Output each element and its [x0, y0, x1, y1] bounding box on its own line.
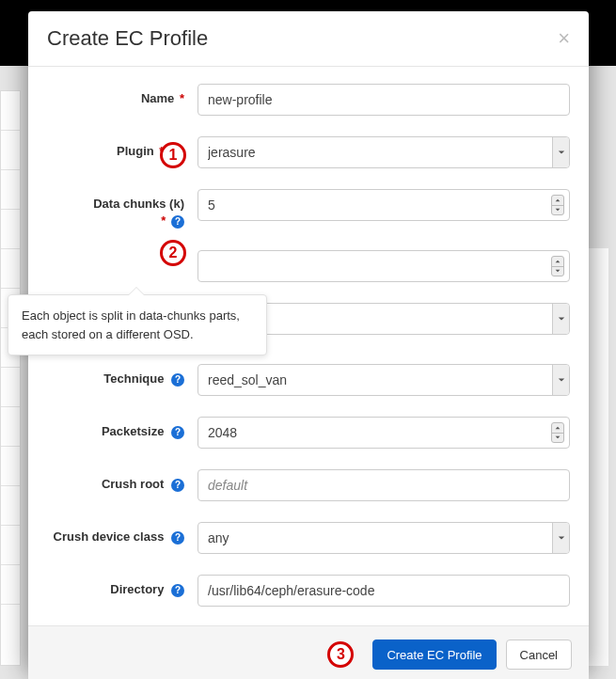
- page-backdrop: Create EC Profile × Name * Plugin * ?: [0, 0, 616, 679]
- help-icon[interactable]: ?: [171, 479, 184, 492]
- label-name-text: Name: [141, 91, 174, 105]
- data-chunks-input[interactable]: [197, 189, 570, 221]
- label-technique-text: Technique: [103, 371, 164, 386]
- label-name: Name *: [47, 84, 197, 107]
- step-down-icon[interactable]: [552, 206, 563, 215]
- close-icon[interactable]: ×: [558, 28, 570, 49]
- label-packetsize-text: Packetsize: [102, 424, 165, 438]
- help-icon[interactable]: ?: [171, 584, 184, 597]
- label-packetsize: Packetsize ?: [47, 417, 197, 440]
- cancel-button[interactable]: Cancel: [506, 640, 572, 670]
- row-crush-device-class: Crush device class ?: [47, 522, 570, 554]
- row-data-chunks: Data chunks (k) * ?: [47, 189, 570, 229]
- row-packetsize: Packetsize ?: [47, 417, 570, 449]
- help-icon[interactable]: ?: [171, 373, 184, 387]
- number-stepper[interactable]: [551, 195, 564, 215]
- modal-footer: 3 Create EC Profile Cancel: [28, 625, 589, 679]
- label-crush-root: Crush root ?: [47, 469, 197, 493]
- modal-header: Create EC Profile ×: [28, 11, 589, 67]
- tooltip-text: Each object is split in data-chunks part…: [22, 308, 240, 341]
- callout-1: 1: [160, 142, 186, 168]
- required-icon: *: [180, 91, 184, 105]
- row-crush-root: Crush root ?: [47, 469, 570, 501]
- label-technique: Technique ?: [47, 364, 197, 387]
- step-down-icon[interactable]: [552, 434, 563, 443]
- label-data-chunks-text: Data chunks (k): [93, 197, 184, 211]
- step-up-icon[interactable]: [552, 423, 563, 434]
- callout-2: 2: [160, 240, 186, 266]
- bg-side-panel: [0, 90, 21, 666]
- label-crush-root-text: Crush root: [102, 477, 164, 491]
- step-down-icon[interactable]: [552, 267, 563, 276]
- callout-3: 3: [327, 641, 354, 668]
- number-stepper[interactable]: [551, 422, 564, 443]
- label-directory: Directory ?: [47, 575, 197, 598]
- step-up-icon[interactable]: [552, 257, 563, 267]
- help-icon[interactable]: ?: [171, 531, 184, 545]
- row-name: Name *: [47, 84, 570, 116]
- create-ec-profile-modal: Create EC Profile × Name * Plugin * ?: [28, 11, 589, 670]
- technique-select[interactable]: [197, 364, 570, 396]
- data-chunks-tooltip: Each object is split in data-chunks part…: [8, 294, 267, 355]
- help-icon[interactable]: ?: [171, 426, 184, 439]
- modal-title: Create EC Profile: [47, 26, 558, 51]
- row-coding-chunks: [47, 250, 570, 282]
- required-icon: *: [161, 213, 166, 228]
- help-icon[interactable]: ?: [171, 215, 184, 229]
- name-input[interactable]: [197, 84, 570, 116]
- label-directory-text: Directory: [110, 582, 164, 596]
- crush-root-input[interactable]: [197, 469, 570, 501]
- label-plugin-text: Plugin: [117, 144, 154, 158]
- label-crush-device-class: Crush device class ?: [47, 522, 197, 545]
- directory-input[interactable]: [197, 575, 570, 607]
- modal-body: Name * Plugin * ?: [28, 67, 589, 625]
- row-directory: Directory ?: [47, 575, 570, 607]
- step-up-icon[interactable]: [552, 196, 563, 206]
- number-stepper[interactable]: [551, 256, 564, 276]
- row-plugin: Plugin * ?: [47, 136, 570, 168]
- label-cdc-text: Crush device class: [54, 529, 165, 544]
- row-technique: Technique ?: [47, 364, 570, 396]
- crush-device-class-select[interactable]: [197, 522, 570, 554]
- packetsize-input[interactable]: [197, 417, 570, 449]
- create-ec-profile-button[interactable]: Create EC Profile: [372, 640, 496, 670]
- plugin-select[interactable]: [197, 136, 570, 168]
- label-data-chunks: Data chunks (k) * ?: [47, 189, 197, 229]
- coding-chunks-input[interactable]: [197, 250, 570, 282]
